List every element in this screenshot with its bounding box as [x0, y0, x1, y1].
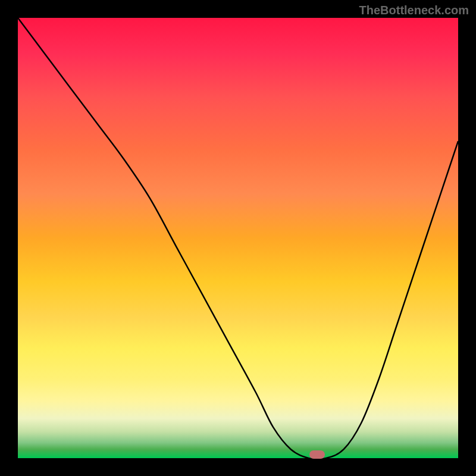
watermark-text: TheBottleneck.com: [359, 4, 469, 17]
chart-container: TheBottleneck.com: [0, 0, 476, 476]
bottleneck-curve: [18, 18, 458, 458]
plot-area: [18, 18, 458, 458]
optimal-marker: [309, 450, 325, 459]
